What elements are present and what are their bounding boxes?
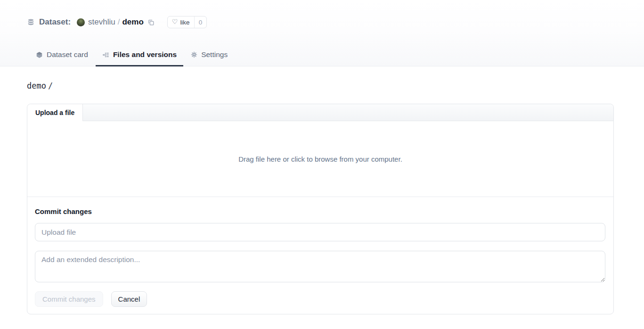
tab-label: Files and versions [113, 50, 177, 59]
like-label: like [180, 19, 189, 26]
repo-title-line: Dataset: stevhliu / demo ♡ like 0 [27, 16, 617, 29]
file-dropzone[interactable]: Drag file here or click to browse from y… [27, 121, 613, 197]
commit-heading: Commit changes [35, 207, 605, 215]
copy-icon[interactable] [147, 19, 155, 26]
gear-icon [191, 51, 197, 58]
repo-tabs: Dataset card Files and versions [29, 50, 234, 66]
commit-changes-button[interactable]: Commit changes [35, 291, 103, 307]
avatar[interactable] [77, 18, 85, 26]
like-button[interactable]: ♡ like 0 [167, 16, 207, 28]
cancel-button[interactable]: Cancel [111, 291, 147, 307]
tab-upload-a-file[interactable]: Upload a file [27, 104, 83, 121]
tab-dataset-card[interactable]: Dataset card [29, 50, 95, 66]
upload-card: Upload a file Drag file here or click to… [27, 104, 614, 314]
files-versions-icon [102, 51, 109, 58]
tab-label: Dataset card [47, 50, 88, 59]
repo-header: Dataset: stevhliu / demo ♡ like 0 [0, 0, 644, 66]
main-content: demo / Upload a file Drag file here or c… [0, 81, 644, 314]
tab-label: Settings [201, 50, 228, 59]
breadcrumb: demo / [27, 81, 617, 90]
repo-separator: / [118, 17, 120, 27]
like-button-main[interactable]: ♡ like [168, 16, 194, 28]
cube-icon [36, 51, 43, 58]
commit-button-row: Commit changes Cancel [35, 291, 605, 307]
like-count[interactable]: 0 [194, 16, 207, 28]
dropzone-hint-text: Drag file here or click to browse from y… [238, 155, 402, 163]
page: Dataset: stevhliu / demo ♡ like 0 [0, 0, 644, 329]
commit-description-textarea[interactable] [35, 251, 605, 282]
heart-icon: ♡ [172, 18, 178, 25]
breadcrumb-separator: / [48, 81, 53, 90]
database-icon [27, 18, 35, 26]
tab-files-and-versions[interactable]: Files and versions [96, 50, 183, 66]
repo-owner-link[interactable]: stevhliu [88, 17, 115, 27]
repo-type-label: Dataset: [39, 17, 71, 27]
tabstrip-filler [83, 104, 613, 121]
commit-section: Commit changes Commit changes Cancel [27, 197, 613, 314]
repo-name-link[interactable]: demo [122, 17, 143, 27]
commit-summary-input[interactable] [35, 223, 605, 241]
upload-card-tabstrip: Upload a file [27, 104, 613, 121]
tab-settings[interactable]: Settings [184, 50, 234, 66]
breadcrumb-repo-link[interactable]: demo [27, 81, 46, 90]
